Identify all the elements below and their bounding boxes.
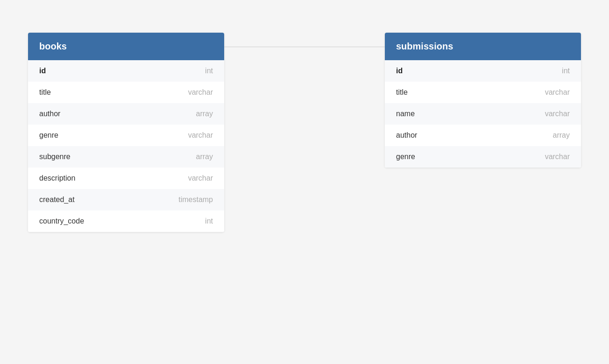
- field-type: varchar: [545, 88, 570, 97]
- connector-line: [224, 47, 385, 47]
- submissions-table-body: idinttitlevarcharnamevarcharauthorarrayg…: [385, 60, 581, 168]
- field-type: timestamp: [178, 196, 213, 204]
- table-row: idint: [385, 60, 581, 82]
- table-row: subgenrearray: [28, 146, 224, 168]
- field-name: subgenre: [39, 153, 71, 161]
- table-row: authorarray: [385, 125, 581, 146]
- field-name: title: [396, 88, 408, 97]
- books-table-title: books: [39, 41, 67, 51]
- field-name: author: [396, 131, 417, 140]
- table-row: created_attimestamp: [28, 189, 224, 210]
- table-row: country_codeint: [28, 210, 224, 232]
- field-name: description: [39, 174, 75, 182]
- books-table-body: idinttitlevarcharauthorarraygenrevarchar…: [28, 60, 224, 232]
- field-type: int: [205, 67, 213, 75]
- field-name: created_at: [39, 196, 75, 204]
- field-type: array: [553, 131, 570, 140]
- field-name: country_code: [39, 217, 84, 225]
- field-name: genre: [39, 131, 58, 140]
- table-row: idint: [28, 60, 224, 82]
- field-name: title: [39, 88, 51, 97]
- diagram-container: books idinttitlevarcharauthorarraygenrev…: [0, 33, 609, 232]
- field-name: name: [396, 110, 415, 118]
- books-table-header: books: [28, 33, 224, 60]
- field-type: array: [196, 153, 213, 161]
- table-row: titlevarchar: [385, 82, 581, 103]
- field-type: varchar: [545, 110, 570, 118]
- table-row: namevarchar: [385, 103, 581, 125]
- table-row: genrevarchar: [28, 125, 224, 146]
- field-type: varchar: [188, 131, 213, 140]
- field-type: varchar: [188, 174, 213, 182]
- submissions-table: submissions idinttitlevarcharnamevarchar…: [385, 33, 581, 168]
- books-table: books idinttitlevarcharauthorarraygenrev…: [28, 33, 224, 232]
- submissions-table-header: submissions: [385, 33, 581, 60]
- tables-wrapper: books idinttitlevarcharauthorarraygenrev…: [28, 33, 581, 232]
- field-name: id: [396, 67, 403, 75]
- field-type: int: [205, 217, 213, 225]
- table-row: authorarray: [28, 103, 224, 125]
- table-row: genrevarchar: [385, 146, 581, 168]
- table-row: descriptionvarchar: [28, 168, 224, 189]
- field-name: id: [39, 67, 46, 75]
- submissions-table-title: submissions: [396, 41, 453, 51]
- field-type: array: [196, 110, 213, 118]
- table-row: titlevarchar: [28, 82, 224, 103]
- field-type: int: [562, 67, 570, 75]
- field-name: genre: [396, 153, 415, 161]
- field-type: varchar: [545, 153, 570, 161]
- field-name: author: [39, 110, 60, 118]
- field-type: varchar: [188, 88, 213, 97]
- connector-spacer: [224, 33, 385, 61]
